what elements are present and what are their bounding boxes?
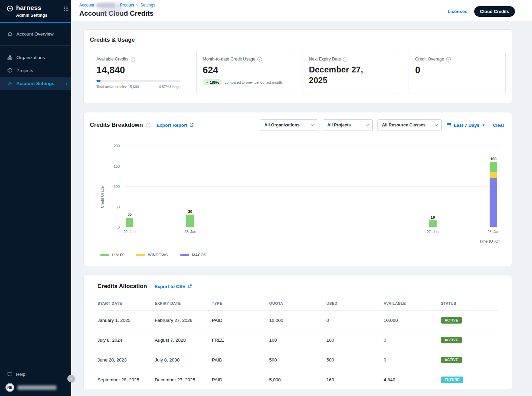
legend-swatch bbox=[180, 254, 189, 256]
cell-used: 160 bbox=[327, 370, 384, 390]
chevron-down-icon bbox=[365, 124, 369, 126]
info-icon[interactable] bbox=[446, 57, 451, 62]
cell-used: 100 bbox=[327, 330, 384, 350]
credits-progress-bar bbox=[96, 80, 181, 82]
sidebar-item-label: Account Settings bbox=[16, 81, 54, 86]
content-area: Credits & Usage Available Credits 14,840… bbox=[71, 21, 532, 396]
licenses-link[interactable]: Licenses bbox=[448, 9, 467, 14]
breadcrumb-settings[interactable]: Settings bbox=[140, 3, 155, 8]
sidebar-footer: Help NB bbox=[0, 368, 71, 396]
sidebar: harness Admin Settings Account Overview bbox=[0, 0, 71, 396]
cloud-credits-button[interactable]: Cloud Credits bbox=[474, 6, 515, 17]
y-tick-label: 0 bbox=[118, 225, 120, 229]
sidebar-item-organizations[interactable]: Organizations bbox=[0, 51, 71, 64]
legend-item-macos[interactable]: MACOS bbox=[180, 253, 207, 257]
sidebar-item-label: Organizations bbox=[16, 55, 45, 60]
gridline bbox=[123, 207, 500, 207]
bar-27. Jan: 16 bbox=[429, 215, 437, 227]
cell-expiry_date: July 8, 2030 bbox=[155, 350, 212, 370]
help-chat-icon bbox=[7, 371, 13, 377]
clear-filters-link[interactable]: Clear bbox=[493, 123, 504, 128]
next-expiry-value: December 27, 2025 bbox=[309, 64, 377, 85]
cell-type: PAID bbox=[212, 311, 269, 330]
resource-classes-select-value: All Resource Classes bbox=[382, 123, 425, 127]
legend-label: MACOS bbox=[192, 253, 207, 257]
cell-quota: 10,000 bbox=[269, 311, 326, 330]
info-icon[interactable] bbox=[146, 123, 150, 127]
organizations-select[interactable]: All Organizations bbox=[260, 119, 318, 131]
sidebar-item-label: Projects bbox=[16, 68, 33, 73]
external-link-icon bbox=[188, 284, 192, 288]
cell-expiry_date: December 27, 2025 bbox=[155, 370, 212, 390]
sidebar-collapse-handle[interactable]: ‹ bbox=[67, 375, 75, 382]
legend-label: WINDOWS bbox=[148, 253, 168, 257]
legend-item-linux[interactable]: LINUX bbox=[100, 253, 124, 257]
home-icon bbox=[7, 31, 13, 37]
cell-type: PAID bbox=[212, 350, 269, 370]
column-header-quota: QUOTA bbox=[269, 299, 326, 311]
organizations-select-value: All Organizations bbox=[264, 123, 300, 127]
organizations-icon bbox=[7, 55, 13, 60]
legend-item-windows[interactable]: WINDOWS bbox=[136, 253, 168, 257]
resource-classes-select[interactable]: All Resource Classes bbox=[377, 119, 442, 131]
stat-label: Credit Overage bbox=[415, 57, 444, 62]
date-range-filter[interactable]: Last 7 Days ▼ bbox=[447, 123, 485, 128]
allocation-table-body: January 1, 2025February 27, 2026PAID10,0… bbox=[97, 311, 498, 390]
brand-name: harness bbox=[16, 4, 41, 12]
caret-down-icon: ▼ bbox=[482, 123, 485, 127]
legend-label: LINUX bbox=[112, 253, 124, 257]
gear-icon bbox=[7, 81, 13, 86]
column-header-type: TYPE bbox=[212, 299, 269, 311]
credit-overage-value: 0 bbox=[415, 65, 499, 76]
page-header: Account - Product > Settings Account Clo… bbox=[71, 0, 532, 21]
column-header-start_date: START DATE bbox=[97, 299, 155, 311]
cell-start_date: July 8, 2024 bbox=[97, 330, 155, 350]
cell-start_date: January 1, 2025 bbox=[97, 311, 155, 330]
bar-22. Jan: 22 bbox=[126, 213, 133, 227]
sidebar-item-account-overview[interactable]: Account Overview bbox=[0, 27, 71, 40]
sidebar-nav: Account Overview Organizations bbox=[0, 23, 71, 90]
gridline bbox=[123, 186, 500, 187]
x-tick-label: 28. Jan bbox=[488, 230, 499, 234]
status-badge: ACTIVE bbox=[441, 317, 462, 324]
info-icon[interactable] bbox=[131, 57, 135, 62]
y-tick-label: 50 bbox=[116, 205, 120, 209]
cell-quota: 5,000 bbox=[269, 370, 326, 390]
breadcrumb: Account - Product > Settings bbox=[79, 3, 155, 8]
next-expiry-card: Next Expiry Date December 27, 2025 bbox=[303, 51, 400, 94]
info-icon[interactable] bbox=[343, 57, 347, 62]
projects-select-value: All Projects bbox=[327, 123, 351, 127]
info-icon[interactable] bbox=[257, 57, 262, 62]
delta-note: compared to prev. period last month bbox=[225, 80, 282, 84]
module-grid-icon[interactable] bbox=[64, 6, 65, 8]
breadcrumb-product[interactable]: - Product bbox=[117, 3, 134, 8]
cell-start_date: September 28, 2025 bbox=[97, 370, 155, 390]
x-axis-line bbox=[123, 227, 500, 227]
page-title: Account Cloud Credits bbox=[79, 10, 155, 17]
export-report-link[interactable]: Export Report bbox=[157, 123, 194, 128]
table-row: July 8, 2024August 7, 2028FREE1001000ACT… bbox=[97, 330, 498, 350]
y-axis-label: Credit Usage bbox=[100, 186, 104, 208]
app-root: harness Admin Settings Account Overview bbox=[0, 0, 532, 396]
y-tick-label: 100 bbox=[114, 185, 120, 189]
export-csv-link[interactable]: Export to CSV bbox=[155, 284, 192, 289]
cell-type: FREE bbox=[212, 330, 269, 350]
projects-select[interactable]: All Projects bbox=[323, 119, 373, 131]
y-tick-label: 150 bbox=[114, 164, 120, 168]
usage-percent: 4.87% Usage bbox=[159, 85, 181, 89]
table-row: January 1, 2025February 27, 2026PAID10,0… bbox=[97, 311, 498, 330]
help-button[interactable]: Help bbox=[0, 368, 71, 380]
y-tick-label: 200 bbox=[114, 144, 120, 148]
cell-start_date: June 20, 2023 bbox=[97, 350, 155, 370]
mtd-usage-card: Month-to-date Credit Usage 624 ▲ 186% co… bbox=[196, 51, 293, 94]
sidebar-item-account-settings[interactable]: Account Settings › bbox=[0, 77, 71, 90]
stat-label: Month-to-date Credit Usage bbox=[203, 57, 255, 62]
status-badge: ACTIVE bbox=[441, 337, 462, 343]
export-csv-label: Export to CSV bbox=[155, 284, 186, 289]
credit-overage-card: Credit Overage 0 bbox=[409, 51, 506, 94]
avatar[interactable]: NB bbox=[5, 383, 14, 392]
breadcrumb-account[interactable]: Account bbox=[79, 3, 94, 8]
user-row: NB bbox=[0, 380, 71, 392]
available-credits-value: 14,840 bbox=[96, 65, 181, 76]
sidebar-item-projects[interactable]: Projects bbox=[0, 64, 71, 77]
